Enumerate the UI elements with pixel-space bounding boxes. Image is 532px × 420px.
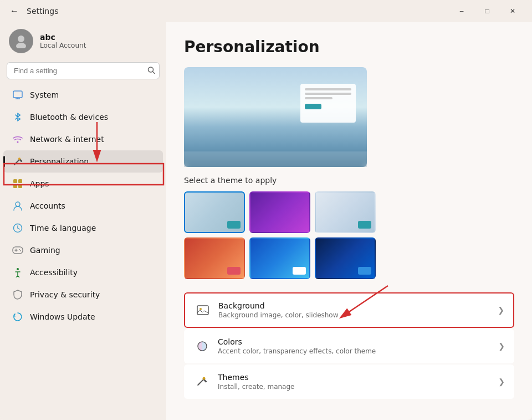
privacy-icon bbox=[12, 289, 23, 300]
svg-line-18 bbox=[18, 228, 19, 229]
sidebar-label-update: Windows Update bbox=[30, 312, 95, 321]
svg-point-23 bbox=[20, 250, 21, 251]
accounts-icon bbox=[12, 200, 23, 211]
network-icon bbox=[12, 134, 23, 145]
sidebar-item-accessibility[interactable]: Accessibility bbox=[3, 261, 163, 284]
settings-item-colors[interactable]: Colors Accent color, transparency effect… bbox=[184, 329, 514, 363]
sidebar-label-time: Time & language bbox=[30, 224, 96, 232]
sidebar-item-gaming[interactable]: Gaming bbox=[3, 239, 163, 261]
svg-rect-19 bbox=[13, 247, 23, 254]
svg-rect-12 bbox=[18, 179, 22, 183]
theme-thumb-5[interactable] bbox=[249, 237, 310, 279]
search-icon-button[interactable] bbox=[147, 66, 155, 75]
personalization-icon bbox=[12, 156, 23, 167]
svg-rect-14 bbox=[18, 184, 22, 188]
preview-taskbar bbox=[184, 151, 367, 167]
sidebar-item-privacy[interactable]: Privacy & security bbox=[3, 284, 163, 306]
sidebar-label-personalization: Personalization bbox=[30, 157, 89, 166]
svg-point-26 bbox=[200, 308, 202, 310]
apps-icon bbox=[12, 178, 23, 189]
preview-line-3 bbox=[305, 97, 332, 99]
preview-window bbox=[300, 84, 356, 123]
sidebar-item-time[interactable]: Time & language bbox=[3, 217, 163, 239]
svg-point-22 bbox=[19, 249, 20, 250]
sidebar-item-apps[interactable]: Apps bbox=[3, 173, 163, 195]
sidebar-label-bluetooth: Bluetooth & devices bbox=[30, 113, 108, 122]
sidebar-label-accessibility: Accessibility bbox=[30, 268, 78, 277]
back-button[interactable]: ← bbox=[7, 3, 22, 19]
theme-thumb-2[interactable] bbox=[249, 191, 310, 233]
background-title: Background bbox=[218, 301, 498, 310]
user-name: abc bbox=[40, 33, 86, 42]
themes-icon bbox=[193, 373, 211, 391]
sidebar-item-network[interactable]: Network & internet bbox=[3, 128, 163, 150]
theme-thumb-6[interactable] bbox=[315, 237, 376, 279]
background-icon bbox=[194, 301, 212, 319]
page-title: Personalization bbox=[184, 38, 514, 56]
settings-item-themes[interactable]: Themes Install, create, manage ❯ bbox=[184, 365, 514, 399]
svg-point-1 bbox=[16, 43, 26, 48]
svg-rect-25 bbox=[197, 306, 208, 315]
theme-indicator-4 bbox=[227, 267, 241, 275]
maximize-button[interactable]: □ bbox=[474, 2, 500, 20]
theme-thumb-4[interactable] bbox=[184, 237, 245, 279]
sidebar-label-accounts: Accounts bbox=[30, 201, 65, 210]
sidebar-item-system[interactable]: System bbox=[3, 84, 163, 106]
theme-preview bbox=[184, 67, 367, 167]
preview-line-1 bbox=[305, 88, 351, 90]
svg-point-24 bbox=[17, 268, 19, 270]
accessibility-icon bbox=[12, 267, 23, 278]
colors-icon bbox=[193, 337, 211, 355]
theme-thumb-1[interactable] bbox=[184, 191, 245, 233]
preview-btn bbox=[305, 104, 321, 109]
themes-grid bbox=[184, 191, 514, 279]
sidebar-item-accounts[interactable]: Accounts bbox=[3, 195, 163, 217]
minimize-button[interactable]: – bbox=[449, 2, 474, 20]
search-input[interactable] bbox=[7, 62, 160, 79]
system-icon bbox=[12, 89, 23, 100]
svg-point-10 bbox=[18, 158, 21, 160]
theme-indicator-5 bbox=[293, 267, 306, 275]
sidebar-label-apps: Apps bbox=[30, 179, 49, 188]
svg-line-3 bbox=[153, 72, 155, 74]
sidebar-item-bluetooth[interactable]: Bluetooth & devices bbox=[3, 106, 163, 128]
colors-text: Colors Accent color, transparency effect… bbox=[218, 337, 498, 355]
colors-chevron: ❯ bbox=[498, 342, 505, 351]
background-desc: Background image, color, slideshow bbox=[218, 311, 498, 319]
sidebar-label-system: System bbox=[30, 90, 59, 99]
svg-rect-8 bbox=[13, 159, 19, 165]
title-bar: ← Settings – □ ✕ bbox=[0, 0, 532, 22]
avatar bbox=[9, 29, 33, 53]
sidebar-label-network: Network & internet bbox=[30, 135, 104, 144]
sidebar-item-personalization[interactable]: Personalization bbox=[3, 150, 163, 173]
search-bar bbox=[7, 62, 160, 79]
main-content: Personalization Select a theme to apply bbox=[166, 22, 532, 420]
user-info: abc Local Account bbox=[40, 33, 86, 49]
bluetooth-icon bbox=[12, 112, 23, 123]
svg-rect-11 bbox=[13, 179, 17, 183]
close-button[interactable]: ✕ bbox=[500, 2, 525, 20]
settings-list: Background Background image, color, slid… bbox=[184, 292, 514, 399]
svg-point-7 bbox=[17, 141, 19, 143]
svg-point-15 bbox=[16, 202, 20, 206]
user-section[interactable]: abc Local Account bbox=[0, 22, 166, 62]
themes-text: Themes Install, create, manage bbox=[218, 373, 498, 391]
sidebar-item-update[interactable]: Windows Update bbox=[3, 306, 163, 328]
sidebar: abc Local Account bbox=[0, 22, 166, 420]
theme-indicator-1 bbox=[227, 221, 241, 229]
themes-desc: Install, create, manage bbox=[218, 383, 498, 391]
sidebar-label-privacy: Privacy & security bbox=[30, 290, 100, 299]
colors-title: Colors bbox=[218, 337, 498, 346]
gaming-icon bbox=[12, 245, 23, 256]
theme-section-label: Select a theme to apply bbox=[184, 176, 514, 185]
svg-rect-13 bbox=[13, 184, 17, 188]
window-controls: – □ ✕ bbox=[449, 2, 525, 20]
app-title: Settings bbox=[27, 7, 58, 16]
theme-indicator-3 bbox=[358, 221, 371, 229]
theme-thumb-3[interactable] bbox=[315, 191, 376, 233]
theme-indicator-6 bbox=[358, 267, 371, 275]
svg-rect-28 bbox=[197, 379, 203, 386]
settings-item-background[interactable]: Background Background image, color, slid… bbox=[184, 292, 514, 328]
time-icon bbox=[12, 222, 23, 234]
update-icon bbox=[12, 311, 23, 322]
